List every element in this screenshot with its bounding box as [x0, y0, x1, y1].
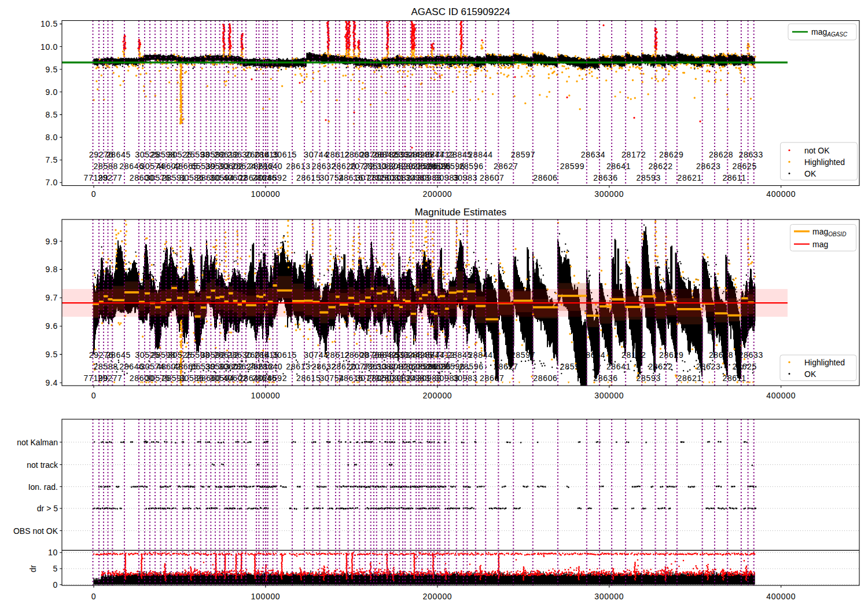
svg-text:30615: 30615 [273, 150, 297, 159]
svg-text:0: 0 [91, 592, 97, 601]
svg-text:OK: OK [804, 369, 816, 379]
svg-text:28634: 28634 [581, 350, 605, 360]
svg-text:8.0: 8.0 [45, 133, 58, 142]
svg-text:28599: 28599 [560, 162, 584, 171]
svg-text:Highlighted: Highlighted [804, 158, 845, 167]
svg-text:300000: 300000 [594, 592, 624, 601]
svg-text:28606: 28606 [533, 173, 557, 182]
svg-text:28636: 28636 [593, 373, 617, 383]
svg-text:28645: 28645 [106, 350, 130, 360]
svg-text:mag: mag [812, 240, 828, 249]
svg-text:28592: 28592 [263, 373, 287, 383]
svg-text:9.8: 9.8 [45, 265, 58, 274]
svg-text:29277: 29277 [98, 173, 122, 182]
svg-text:9.5: 9.5 [45, 350, 58, 359]
svg-text:10.0: 10.0 [41, 42, 58, 52]
svg-text:AGASC ID 615909224: AGASC ID 615909224 [411, 6, 510, 17]
svg-text:28625: 28625 [733, 162, 757, 171]
svg-text:400000: 400000 [766, 391, 796, 400]
svg-text:28593: 28593 [637, 173, 661, 182]
svg-text:28645: 28645 [106, 150, 130, 159]
svg-text:28596: 28596 [459, 162, 483, 171]
svg-text:28628: 28628 [709, 150, 733, 159]
svg-text:28634: 28634 [581, 150, 605, 159]
svg-text:0: 0 [91, 391, 97, 400]
svg-text:28640: 28640 [258, 162, 282, 171]
svg-text:OBS not OK: OBS not OK [13, 526, 58, 536]
svg-text:28844: 28844 [468, 150, 492, 159]
svg-text:28588: 28588 [94, 162, 118, 171]
svg-text:300000: 300000 [594, 189, 624, 199]
svg-text:28611: 28611 [722, 373, 746, 383]
svg-text:400000: 400000 [766, 189, 796, 199]
svg-text:29277: 29277 [98, 373, 122, 383]
svg-text:28628: 28628 [709, 350, 733, 360]
svg-text:5: 5 [53, 564, 58, 573]
svg-text:28607: 28607 [480, 173, 504, 182]
svg-text:28621: 28621 [678, 373, 702, 383]
svg-text:not OK: not OK [804, 146, 830, 155]
svg-text:28629: 28629 [659, 150, 683, 159]
svg-text:100000: 100000 [251, 391, 280, 400]
svg-text:7.5: 7.5 [45, 155, 58, 164]
svg-text:30615: 30615 [273, 350, 297, 360]
svg-text:30983: 30983 [453, 173, 477, 182]
svg-text:28615: 28615 [296, 173, 321, 182]
svg-text:28844: 28844 [468, 350, 492, 360]
svg-text:200000: 200000 [422, 189, 452, 199]
svg-text:9.4: 9.4 [45, 378, 58, 387]
svg-text:30983: 30983 [453, 373, 477, 383]
svg-text:28623: 28623 [696, 362, 720, 371]
svg-text:not Kalman: not Kalman [17, 438, 58, 447]
svg-text:not track: not track [27, 460, 58, 470]
svg-text:200000: 200000 [422, 391, 452, 400]
svg-text:Ion. rad.: Ion. rad. [28, 482, 58, 492]
svg-text:28641: 28641 [606, 162, 631, 171]
svg-text:28599: 28599 [560, 362, 584, 371]
svg-text:28607: 28607 [480, 373, 504, 383]
svg-text:28593: 28593 [637, 373, 661, 383]
svg-text:200000: 200000 [422, 592, 452, 601]
svg-text:0: 0 [53, 580, 58, 589]
svg-text:9.7: 9.7 [45, 293, 58, 302]
svg-text:9.9: 9.9 [45, 237, 58, 246]
svg-text:28172: 28172 [621, 350, 646, 360]
svg-text:10: 10 [48, 548, 58, 557]
svg-text:0: 0 [91, 189, 97, 199]
svg-text:Highlighted: Highlighted [804, 358, 845, 367]
svg-text:7.0: 7.0 [45, 178, 58, 187]
svg-text:28596: 28596 [459, 362, 483, 371]
svg-text:OK: OK [804, 169, 816, 178]
svg-text:28588: 28588 [94, 362, 118, 371]
svg-text:28633: 28633 [738, 350, 763, 360]
svg-text:400000: 400000 [766, 592, 796, 601]
svg-text:28613: 28613 [286, 362, 310, 371]
svg-text:28623: 28623 [696, 162, 720, 171]
svg-text:28622: 28622 [648, 162, 672, 171]
svg-text:28606: 28606 [533, 373, 557, 383]
svg-text:28627: 28627 [494, 162, 518, 171]
svg-text:9.6: 9.6 [45, 321, 58, 331]
svg-text:28633: 28633 [738, 150, 763, 159]
svg-text:9.0: 9.0 [45, 87, 58, 97]
svg-text:8.5: 8.5 [45, 110, 58, 119]
svg-text:28621: 28621 [678, 173, 702, 182]
svg-text:28622: 28622 [648, 362, 672, 371]
svg-text:28627: 28627 [494, 362, 518, 371]
svg-text:28625: 28625 [733, 362, 757, 371]
svg-text:100000: 100000 [251, 592, 280, 601]
svg-text:9.5: 9.5 [45, 65, 58, 74]
svg-text:28597: 28597 [511, 150, 535, 159]
svg-text:10.5: 10.5 [41, 19, 58, 28]
svg-text:28172: 28172 [621, 150, 646, 159]
svg-text:Magnitude Estimates: Magnitude Estimates [415, 207, 507, 218]
svg-text:100000: 100000 [251, 189, 280, 199]
svg-text:28613: 28613 [286, 162, 310, 171]
svg-text:28636: 28636 [593, 173, 617, 182]
svg-text:28641: 28641 [606, 362, 631, 371]
svg-text:dr: dr [28, 565, 38, 572]
svg-text:dr > 5: dr > 5 [37, 504, 58, 513]
svg-text:28592: 28592 [263, 173, 287, 182]
svg-text:300000: 300000 [594, 391, 624, 400]
svg-text:28611: 28611 [722, 173, 746, 182]
